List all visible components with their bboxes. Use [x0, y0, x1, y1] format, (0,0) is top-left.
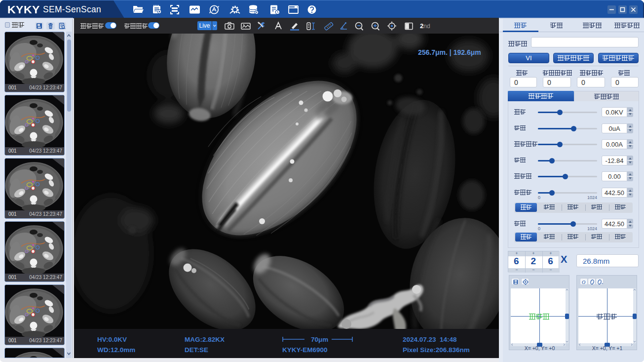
- svg-text:O: O: [582, 280, 585, 285]
- svg-text:70μm: 70μm: [311, 336, 328, 343]
